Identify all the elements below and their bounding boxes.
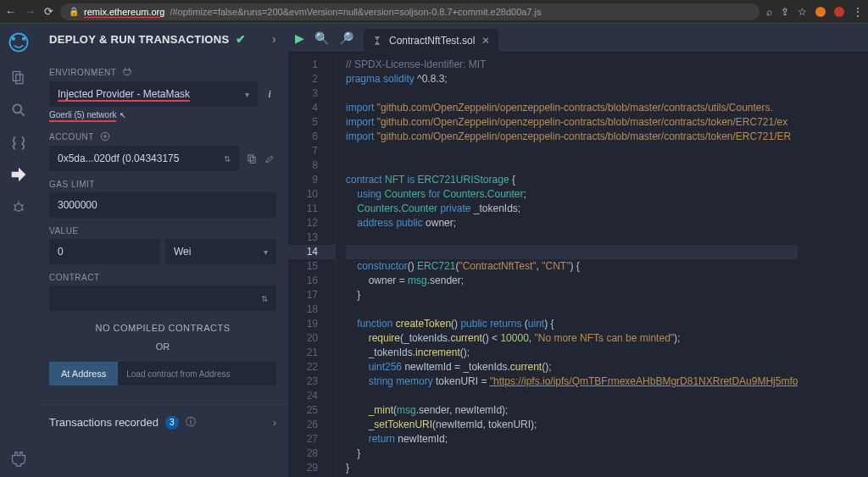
- contract-label: CONTRACT: [49, 273, 100, 282]
- caret-icon: ▾: [264, 247, 268, 257]
- chevron-right-icon: ›: [273, 416, 276, 429]
- transactions-recorded-row[interactable]: Transactions recorded 3 ⓘ ›: [37, 404, 288, 440]
- debugger-icon[interactable]: [10, 198, 27, 215]
- compiler-icon[interactable]: [10, 134, 27, 151]
- browser-chrome: ← → ⟳ 🔒 remix.ethereum.org/#optimize=fal…: [0, 0, 868, 24]
- solidity-file-icon: [372, 36, 382, 46]
- tx-recorded-label: Transactions recorded: [49, 416, 159, 429]
- caret-icon: ⇅: [261, 294, 268, 303]
- url-path: /#optimize=false&runs=200&evmVersion=nul…: [170, 7, 541, 17]
- lock-icon: 🔒: [69, 7, 79, 16]
- contract-select[interactable]: ⇅: [49, 286, 276, 311]
- chevron-right-icon[interactable]: ›: [272, 32, 276, 46]
- info-icon[interactable]: ⓘ: [186, 415, 196, 430]
- code-content[interactable]: // SPDX-License-Identifier: MITpragma so…: [336, 53, 798, 477]
- plug-icon: [121, 66, 133, 78]
- deploy-panel: DEPLOY & RUN TRANSACTIONS ✔ › ENVIRONMEN…: [37, 24, 288, 477]
- value-unit-select[interactable]: Wei▾: [165, 239, 276, 264]
- svg-point-1: [12, 36, 15, 40]
- or-text: OR: [49, 341, 276, 352]
- gas-limit-input[interactable]: 3000000: [49, 192, 276, 218]
- caret-icon: ⇅: [224, 154, 231, 164]
- add-account-icon[interactable]: [99, 130, 111, 142]
- tx-count-badge: 3: [165, 416, 179, 430]
- nav-back-icon[interactable]: ←: [5, 5, 16, 18]
- editor-area: ▶ 🔍 🔎 ContractNftTest.sol ✕ 123456789101…: [288, 24, 868, 477]
- svg-line-11: [14, 209, 16, 211]
- qr-icon[interactable]: ⌕: [766, 6, 772, 18]
- value-label: VALUE: [49, 226, 79, 236]
- plugin-manager-icon[interactable]: [10, 450, 27, 467]
- svg-rect-16: [248, 155, 253, 161]
- gas-limit-label: GAS LIMIT: [49, 180, 95, 189]
- edit-icon[interactable]: [264, 153, 276, 164]
- bookmark-icon[interactable]: ☆: [798, 6, 807, 18]
- metamask-ext-icon[interactable]: [815, 7, 826, 17]
- tab-label: ContractNftTest.sol: [389, 35, 475, 47]
- file-explorer-icon[interactable]: [10, 69, 27, 86]
- environment-label: ENVIRONMENT: [49, 68, 116, 77]
- svg-point-7: [15, 204, 22, 211]
- caret-icon: ▾: [245, 90, 249, 99]
- svg-rect-4: [16, 75, 23, 84]
- environment-value: Injected Provider - MetaMask: [58, 88, 190, 100]
- at-address-button[interactable]: At Address: [49, 362, 118, 385]
- svg-line-9: [14, 205, 16, 207]
- code-editor[interactable]: 1234567891011121314151617181920212223242…: [288, 53, 868, 477]
- svg-point-0: [10, 34, 28, 52]
- panel-title: DEPLOY & RUN TRANSACTIONS: [49, 33, 229, 46]
- remix-logo-icon[interactable]: [7, 31, 31, 54]
- load-address-input[interactable]: Load contract from Address: [118, 362, 276, 385]
- svg-rect-3: [13, 72, 19, 81]
- nav-forward-icon[interactable]: →: [25, 5, 36, 18]
- url-host: remix.ethereum.org: [84, 7, 164, 17]
- account-value: 0x5da...020df (0.04343175: [58, 153, 179, 164]
- no-compiled-text: NO COMPILED CONTRACTS: [49, 323, 276, 333]
- search-icon[interactable]: [10, 102, 27, 119]
- svg-point-2: [22, 36, 25, 40]
- check-icon: ✔: [236, 32, 246, 46]
- info-icon[interactable]: i: [263, 87, 276, 101]
- nav-reload-icon[interactable]: ⟳: [44, 5, 53, 18]
- deploy-icon[interactable]: [10, 166, 27, 183]
- tab-contract-file[interactable]: ContractNftTest.sol ✕: [364, 29, 498, 53]
- close-tab-icon[interactable]: ✕: [481, 35, 490, 47]
- network-badge: Goerli (5) network: [49, 110, 116, 122]
- svg-rect-17: [250, 157, 255, 163]
- environment-select[interactable]: Injected Provider - MetaMask ▾: [49, 81, 258, 107]
- svg-line-12: [21, 209, 24, 211]
- account-label: ACCOUNT: [49, 132, 94, 141]
- play-icon[interactable]: ▶: [295, 31, 304, 45]
- share-icon[interactable]: ⇪: [781, 6, 789, 18]
- ext-icon-red[interactable]: [834, 7, 844, 17]
- tab-bar: ▶ 🔍 🔎 ContractNftTest.sol ✕: [288, 24, 868, 53]
- copy-icon[interactable]: [246, 153, 258, 164]
- account-select[interactable]: 0x5da...020df (0.04343175 ⇅: [49, 146, 239, 171]
- zoom-in-icon[interactable]: 🔎: [339, 31, 353, 45]
- chrome-menu-icon[interactable]: ⋮: [853, 6, 863, 18]
- line-gutter: 1234567891011121314151617181920212223242…: [288, 53, 336, 477]
- svg-line-6: [21, 113, 25, 116]
- zoom-out-icon[interactable]: 🔍: [314, 31, 329, 45]
- icon-sidebar: [0, 24, 37, 477]
- value-amount-input[interactable]: 0: [49, 239, 160, 264]
- svg-line-10: [21, 205, 24, 207]
- cursor-icon: ↖: [120, 111, 126, 119]
- url-bar[interactable]: 🔒 remix.ethereum.org/#optimize=false&run…: [60, 3, 760, 20]
- svg-point-5: [13, 104, 21, 113]
